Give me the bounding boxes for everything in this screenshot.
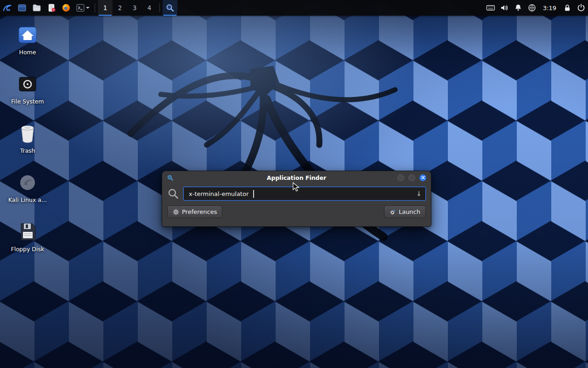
preferences-button[interactable]: Preferences [167, 206, 222, 218]
desktop-icon-label: Floppy Disk [11, 246, 44, 253]
workspace-button-1[interactable]: 1 [98, 0, 113, 16]
desktop-icon-column: Home File System Trash [4, 24, 51, 253]
taskbar-application-finder-button[interactable] [163, 0, 177, 16]
application-finder-window: Application Finder x-terminal-emulat [162, 171, 431, 227]
volume-button[interactable] [498, 0, 511, 16]
panel-separator [159, 3, 160, 12]
floppy-disk-icon [17, 221, 39, 243]
search-icon [167, 188, 179, 200]
kali-menu-button[interactable] [0, 0, 15, 16]
file-manager-icon [17, 3, 27, 12]
keyboard-indicator-button[interactable] [484, 0, 498, 16]
network-icon [527, 3, 537, 12]
search-input[interactable]: x-terminal-emulator ↓ [183, 187, 426, 201]
terminal-icon [76, 3, 85, 12]
top-panel: 1 2 3 4 [0, 0, 588, 16]
panel-separator [95, 3, 95, 12]
desktop-icon-kali-docs[interactable]: Kali Linux a... [4, 172, 51, 204]
application-finder-icon [167, 174, 174, 181]
notifications-bell-icon [514, 3, 523, 12]
window-controls [397, 174, 426, 181]
volume-icon [500, 3, 509, 12]
desktop-icon-label: Home [19, 49, 36, 56]
folder-launcher[interactable] [29, 0, 44, 16]
text-editor-launcher[interactable] [44, 0, 59, 16]
gear-icon [173, 209, 179, 215]
lock-icon [563, 3, 572, 12]
lock-screen-button[interactable] [560, 0, 574, 16]
panel-left: 1 2 3 4 [0, 0, 177, 16]
kali-docs-icon [17, 172, 39, 194]
close-icon [421, 176, 425, 179]
desktop-icon-home[interactable]: Home [4, 24, 51, 56]
panel-right: 3:19 [484, 0, 588, 16]
file-system-icon [17, 73, 39, 95]
desktop-icon-trash[interactable]: Trash [4, 122, 51, 155]
search-row: x-terminal-emulator ↓ [162, 187, 431, 201]
dialog-button-row: Preferences Launch [162, 206, 431, 218]
firefox-icon [62, 3, 71, 12]
log-out-icon [577, 3, 586, 12]
minimize-button[interactable] [397, 174, 404, 181]
text-caret [253, 190, 254, 198]
desktop-icon-label: File System [11, 98, 44, 105]
search-input-value: x-terminal-emulator [189, 190, 249, 197]
log-out-button[interactable] [574, 0, 588, 16]
launch-label: Launch [399, 208, 420, 215]
notifications-button[interactable] [511, 0, 525, 16]
workspace-button-4[interactable]: 4 [142, 0, 157, 16]
kali-menu-icon [2, 3, 12, 13]
desktop-icon-file-system[interactable]: File System [4, 73, 51, 105]
dialog-titlebar[interactable]: Application Finder [162, 171, 431, 184]
desktop-icon-label: Kali Linux a... [8, 196, 47, 203]
firefox-launcher[interactable] [59, 0, 74, 16]
maximize-button[interactable] [408, 174, 415, 181]
text-editor-icon [47, 3, 56, 12]
launch-button[interactable]: Launch [384, 206, 426, 218]
terminal-launcher[interactable] [74, 0, 92, 16]
close-button[interactable] [419, 174, 426, 181]
dialog-title: Application Finder [162, 174, 431, 181]
launch-icon [390, 209, 396, 215]
arrow-down-icon[interactable]: ↓ [416, 190, 422, 197]
workspace-button-2[interactable]: 2 [113, 0, 127, 16]
home-folder-icon [17, 24, 39, 46]
folder-icon [32, 3, 41, 12]
network-button[interactable] [525, 0, 539, 16]
trash-icon [17, 122, 39, 144]
keyboard-icon [486, 3, 495, 12]
desktop-icon-label: Trash [20, 147, 35, 154]
preferences-label: Preferences [182, 208, 217, 215]
desktop: 1 2 3 4 [0, 0, 588, 368]
clock[interactable]: 3:19 [539, 0, 560, 16]
file-manager-launcher[interactable] [15, 0, 29, 16]
application-finder-icon [165, 3, 175, 12]
desktop-icon-floppy-disk[interactable]: Floppy Disk [4, 221, 51, 253]
chevron-down-icon [86, 7, 90, 11]
workspace-button-3[interactable]: 3 [127, 0, 142, 16]
